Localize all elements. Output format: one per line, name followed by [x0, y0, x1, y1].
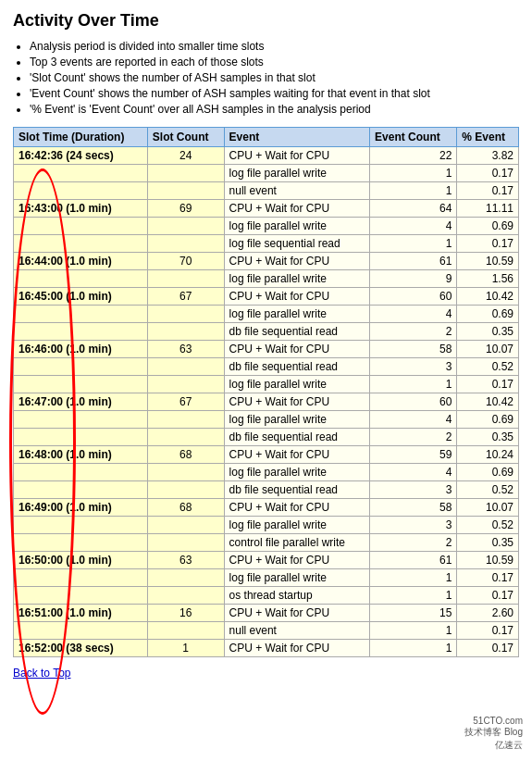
table-row: 16:45:00 (1.0 min)67CPU + Wait for CPU60…: [14, 288, 519, 306]
table-row: log file parallel write91.56: [14, 270, 519, 288]
table-row: log file parallel write40.69: [14, 464, 519, 481]
cell-pct-event: 0.52: [457, 517, 519, 534]
cell-event: control file parallel write: [224, 534, 369, 552]
cell-event-count: 1: [370, 569, 457, 587]
cell-pct-event: 10.42: [457, 288, 519, 306]
cell-slot-time: [14, 464, 148, 481]
cell-slot-count: [147, 534, 224, 552]
bullet-item: Analysis period is divided into smaller …: [30, 40, 519, 53]
cell-slot-time: 16:48:00 (1.0 min): [14, 446, 148, 464]
cell-event: log file parallel write: [224, 376, 369, 393]
page-title: Activity Over Time: [13, 11, 519, 31]
cell-slot-count: [147, 622, 224, 640]
cell-event-count: 61: [370, 253, 457, 270]
cell-slot-time: [14, 587, 148, 605]
cell-pct-event: 0.17: [457, 235, 519, 253]
cell-slot-count: [147, 411, 224, 429]
cell-event-count: 60: [370, 288, 457, 306]
cell-pct-event: 0.35: [457, 429, 519, 446]
cell-slot-time: 16:51:00 (1.0 min): [14, 605, 148, 622]
cell-slot-count: [147, 235, 224, 253]
cell-pct-event: 0.17: [457, 569, 519, 587]
cell-slot-time: [14, 270, 148, 288]
cell-event-count: 1: [370, 622, 457, 640]
table-row: 16:50:00 (1.0 min)63CPU + Wait for CPU61…: [14, 552, 519, 569]
cell-slot-count: [147, 323, 224, 341]
watermark-line1: 51CTO.com: [464, 716, 523, 726]
table-row: log file parallel write10.17: [14, 165, 519, 182]
cell-slot-count: 68: [147, 499, 224, 517]
cell-event-count: 15: [370, 605, 457, 622]
cell-event-count: 2: [370, 323, 457, 341]
cell-slot-time: [14, 569, 148, 587]
col-slot-time: Slot Time (Duration): [14, 128, 148, 147]
cell-slot-time: 16:50:00 (1.0 min): [14, 552, 148, 569]
cell-pct-event: 0.17: [457, 182, 519, 200]
cell-event-count: 1: [370, 376, 457, 393]
cell-event: CPU + Wait for CPU: [224, 640, 369, 657]
cell-pct-event: 0.35: [457, 534, 519, 552]
cell-slot-count: 70: [147, 253, 224, 270]
cell-pct-event: 11.11: [457, 200, 519, 218]
cell-pct-event: 10.07: [457, 341, 519, 358]
cell-event-count: 3: [370, 517, 457, 534]
cell-slot-count: [147, 517, 224, 534]
description-list: Analysis period is divided into smaller …: [30, 40, 519, 116]
cell-slot-time: [14, 165, 148, 182]
table-row: 16:46:00 (1.0 min)63CPU + Wait for CPU58…: [14, 341, 519, 358]
cell-slot-count: 16: [147, 605, 224, 622]
cell-event-count: 3: [370, 358, 457, 376]
cell-pct-event: 10.24: [457, 446, 519, 464]
watermark: 51CTO.com 技术博客 Blog 亿速云: [464, 716, 523, 752]
cell-event-count: 59: [370, 446, 457, 464]
back-to-top-link[interactable]: Back to Top: [13, 667, 70, 680]
cell-slot-time: 16:44:00 (1.0 min): [14, 253, 148, 270]
cell-event: log file parallel write: [224, 165, 369, 182]
cell-slot-time: [14, 534, 148, 552]
bullet-item: Top 3 events are reported in each of tho…: [30, 56, 519, 69]
cell-event: CPU + Wait for CPU: [224, 200, 369, 218]
table-row: 16:44:00 (1.0 min)70CPU + Wait for CPU61…: [14, 253, 519, 270]
col-event-count: Event Count: [370, 128, 457, 147]
cell-pct-event: 2.60: [457, 605, 519, 622]
cell-event: CPU + Wait for CPU: [224, 446, 369, 464]
cell-slot-time: [14, 218, 148, 235]
cell-pct-event: 1.56: [457, 270, 519, 288]
cell-event: log file parallel write: [224, 411, 369, 429]
cell-event: CPU + Wait for CPU: [224, 341, 369, 358]
table-row: null event10.17: [14, 182, 519, 200]
cell-slot-count: 67: [147, 393, 224, 411]
cell-event: CPU + Wait for CPU: [224, 288, 369, 306]
cell-slot-time: [14, 429, 148, 446]
cell-event: db file sequential read: [224, 358, 369, 376]
cell-event: CPU + Wait for CPU: [224, 499, 369, 517]
cell-slot-time: 16:49:00 (1.0 min): [14, 499, 148, 517]
cell-event-count: 22: [370, 147, 457, 165]
cell-event-count: 9: [370, 270, 457, 288]
cell-event: os thread startup: [224, 587, 369, 605]
cell-pct-event: 10.59: [457, 253, 519, 270]
cell-event-count: 1: [370, 235, 457, 253]
table-row: control file parallel write20.35: [14, 534, 519, 552]
cell-slot-count: 67: [147, 288, 224, 306]
cell-pct-event: 0.17: [457, 587, 519, 605]
table-row: log file parallel write30.52: [14, 517, 519, 534]
cell-slot-count: [147, 464, 224, 481]
cell-event-count: 4: [370, 464, 457, 481]
cell-slot-count: [147, 270, 224, 288]
col-slot-count: Slot Count: [147, 128, 224, 147]
cell-event-count: 1: [370, 587, 457, 605]
cell-slot-count: 24: [147, 147, 224, 165]
cell-event-count: 2: [370, 534, 457, 552]
cell-event: CPU + Wait for CPU: [224, 147, 369, 165]
cell-slot-time: [14, 376, 148, 393]
col-pct-event: % Event: [457, 128, 519, 147]
cell-slot-count: [147, 165, 224, 182]
cell-event: db file sequential read: [224, 323, 369, 341]
cell-pct-event: 0.17: [457, 622, 519, 640]
cell-event: db file sequential read: [224, 481, 369, 499]
cell-slot-count: 1: [147, 640, 224, 657]
cell-event: log file parallel write: [224, 517, 369, 534]
cell-event: log file sequential read: [224, 235, 369, 253]
cell-pct-event: 0.17: [457, 165, 519, 182]
